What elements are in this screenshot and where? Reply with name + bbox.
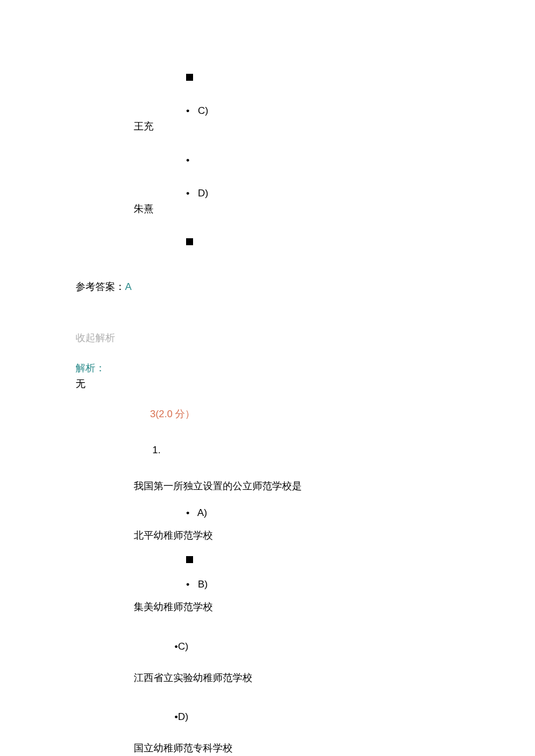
option-d-text: 朱熹	[134, 201, 535, 217]
option-b-text: 集美幼稚师范学校	[134, 599, 535, 615]
bullet-icon: •	[186, 155, 190, 166]
square-marker	[186, 74, 193, 81]
option-d-label: D)	[198, 188, 208, 199]
bullet-icon: •	[186, 507, 190, 518]
square-marker	[186, 238, 193, 245]
option-d-bullet: • D)	[186, 185, 535, 201]
option-c-label: C)	[178, 641, 188, 652]
option-b-bullet: • B)	[186, 576, 535, 592]
document-content: • C) 王充 • • D) 朱熹 参考答案：A 收起解析 解析： 无 3(2.…	[0, 0, 535, 756]
collapse-analysis[interactable]: 收起解析	[76, 330, 535, 346]
square-marker	[186, 556, 193, 563]
option-c-text: 王充	[134, 119, 535, 134]
answer-section: 参考答案：A	[76, 279, 535, 295]
option-c-text: 江西省立实验幼稚师范学校	[134, 670, 535, 686]
option-c-bullet: •C)	[174, 639, 535, 654]
option-c-label: C)	[198, 105, 208, 116]
option-a-label: A)	[197, 507, 207, 518]
option-a-bullet: • A)	[186, 505, 535, 521]
option-d-text: 国立幼稚师范专科学校	[134, 740, 535, 756]
option-d-label: D)	[178, 711, 188, 722]
answer-value: A	[125, 281, 131, 292]
option-d-bullet: •D)	[174, 709, 535, 725]
question-text: 我国第一所独立设置的公立师范学校是	[134, 478, 535, 494]
analysis-label: 解析：	[76, 360, 535, 376]
bullet-icon: •	[186, 579, 190, 590]
answer-label: 参考答案：	[76, 281, 125, 292]
question-number: 3(2.0 分）	[150, 406, 535, 422]
bullet-spacer: •	[186, 152, 535, 168]
bullet-icon: •	[186, 105, 190, 116]
option-b-label: B)	[198, 579, 208, 590]
sub-number: 1.	[152, 442, 535, 458]
analysis-value: 无	[76, 376, 535, 392]
option-c-bullet: • C)	[186, 103, 535, 119]
bullet-icon: •	[186, 188, 190, 199]
option-a-text: 北平幼稚师范学校	[134, 528, 535, 543]
